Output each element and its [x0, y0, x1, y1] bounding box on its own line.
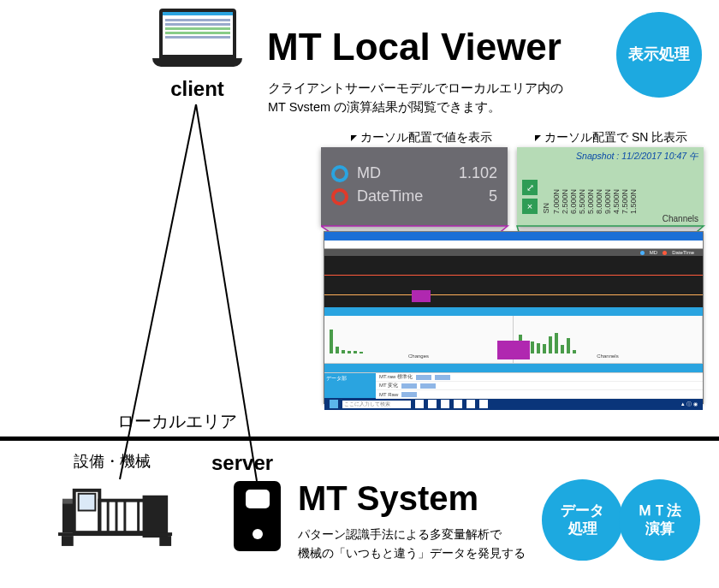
app-window: MD DateTime Changes Channels	[324, 231, 704, 404]
chart-legend: MD DateTime	[324, 249, 703, 256]
zoom-tooltip-values: MD 1.102 DateTime 5	[321, 147, 508, 226]
svg-rect-16	[159, 536, 171, 546]
datetime-ring-icon	[331, 188, 348, 205]
app-toolbar[interactable]	[324, 241, 703, 249]
svg-rect-7	[79, 494, 96, 511]
badge-display-processing: 表示処理	[616, 12, 702, 98]
svg-rect-15	[62, 536, 74, 546]
highlight-marker-2-icon	[497, 341, 530, 359]
md-ring-icon	[331, 165, 348, 182]
taskbar-app-icon[interactable]	[479, 400, 488, 408]
sn-axis-label: SN	[542, 203, 550, 214]
taskbar-app-icon[interactable]	[454, 400, 462, 408]
taskbar-app-icon[interactable]	[466, 400, 475, 408]
windows-taskbar[interactable]: ここに入力して検索 ▲ ⓘ ◉	[324, 398, 703, 410]
md-label: MD	[357, 164, 381, 182]
bar-charts[interactable]: Changes Channels	[324, 316, 703, 364]
start-button-icon[interactable]	[330, 400, 338, 408]
timeseries-chart[interactable]	[324, 256, 703, 307]
callout-label-cursor-sn: カーソル配置で SN 比表示	[535, 130, 687, 146]
equipment-label: 設備・機械	[74, 451, 151, 472]
product-title-system: MT System	[298, 479, 478, 518]
datetime-label: DateTime	[357, 187, 423, 205]
expand-icon[interactable]: ⤢	[522, 180, 538, 195]
badge-mt-calculation: ＭＴ法 演算	[619, 479, 700, 561]
badge-data-processing: データ 処理	[542, 479, 623, 561]
callout-label-cursor-value: カーソル配置で値を表示	[351, 130, 492, 146]
svg-rect-13	[143, 496, 169, 538]
zoom-snapshot-panel: Snapshot : 11/2/2017 10:47 午 ⤢ × SN 7.00…	[517, 147, 704, 226]
machine-icon	[58, 475, 176, 548]
close-icon[interactable]: ×	[522, 199, 538, 214]
client-label: client	[152, 77, 242, 101]
local-area-label: ローカルエリア	[117, 410, 237, 433]
channels-label: Channels	[522, 214, 698, 223]
horizontal-divider	[0, 437, 719, 441]
taskbar-search[interactable]: ここに入力して検索	[342, 401, 411, 408]
section-header-2	[324, 364, 703, 372]
datetime-value: 5	[489, 187, 497, 205]
highlight-marker-icon	[412, 290, 431, 302]
svg-rect-5	[62, 499, 74, 504]
svg-rect-14	[58, 532, 172, 536]
md-value: 1.102	[459, 164, 497, 182]
taskbar-app-icon[interactable]	[428, 400, 437, 408]
taskbar-app-icon[interactable]	[441, 400, 449, 408]
system-subtext: パターン認識手法による多変量解析で 機械の「いつもと違う」データを発見する	[298, 526, 526, 562]
taskbar-app-icon[interactable]	[415, 400, 424, 408]
client-laptop-icon	[152, 9, 242, 67]
data-section: データ部 MT.raw 標準化 MT 変化 MT Raw	[324, 372, 703, 398]
server-label: server	[211, 451, 273, 475]
svg-rect-4	[62, 502, 74, 532]
product-title-viewer: MT Local Viewer	[267, 26, 562, 68]
viewer-subtext: クライアントサーバーモデルでローカルエリア内の MT Svstem の演算結果が…	[268, 79, 563, 117]
server-icon	[234, 481, 281, 551]
section-header-1	[324, 307, 703, 316]
app-titlebar	[324, 232, 703, 241]
system-tray[interactable]: ▲ ⓘ ◉	[680, 401, 698, 408]
snapshot-timestamp: Snapshot : 11/2/2017 10:47 午	[522, 151, 698, 163]
